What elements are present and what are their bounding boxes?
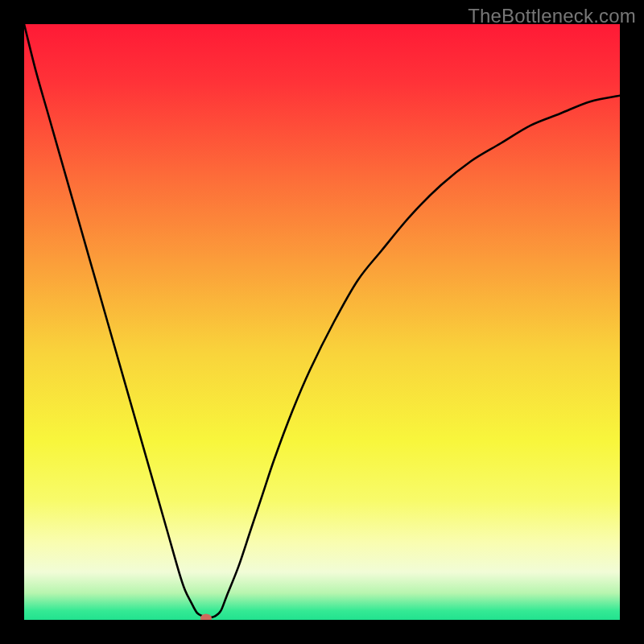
watermark-text: TheBottleneck.com (468, 5, 636, 27)
plot-area (24, 24, 620, 620)
minimum-marker (200, 613, 212, 620)
chart-frame: TheBottleneck.com (0, 0, 644, 644)
bottleneck-curve (24, 24, 620, 620)
